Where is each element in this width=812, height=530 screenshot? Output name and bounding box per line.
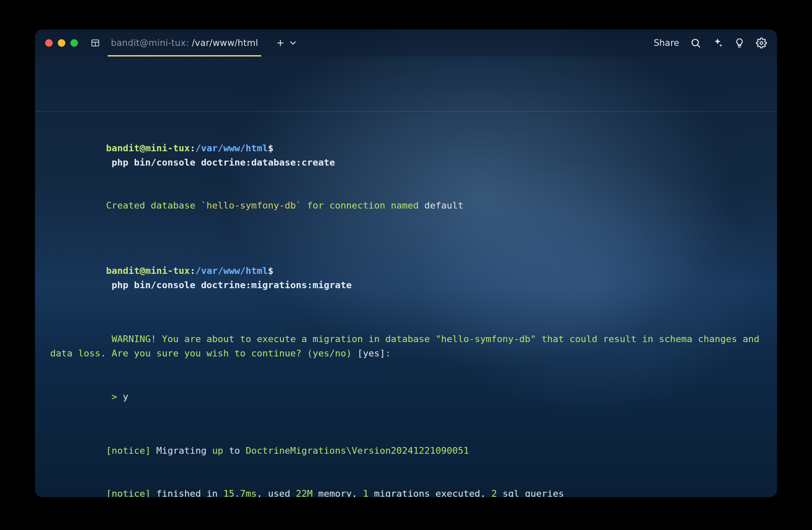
prompt-line: bandit@mini-tux:/var/www/html$ php bin/c…: [50, 127, 762, 184]
command-text: php bin/console doctrine:database:create: [106, 157, 335, 168]
lightbulb-icon[interactable]: [734, 37, 745, 48]
tab-active[interactable]: bandit@mini-tux: /var/www/html: [108, 29, 261, 56]
zoom-window-button[interactable]: [70, 39, 78, 47]
prompt-line: bandit@mini-tux:/var/www/html$ php bin/c…: [50, 249, 762, 307]
scrollback: bandit@mini-tux:/var/www/html$ php bin/c…: [35, 111, 777, 497]
search-icon[interactable]: [690, 37, 701, 48]
output-line: [notice] finished in 15.7ms, used 22M me…: [50, 472, 762, 497]
output-line: [notice] Migrating up to DoctrineMigrati…: [50, 429, 762, 472]
share-button[interactable]: Share: [653, 38, 679, 48]
output-line: WARNING! You are about to execute a migr…: [50, 318, 762, 375]
output-line: Created database `hello-symfony-db` for …: [50, 184, 762, 227]
output-line: > y: [50, 375, 762, 418]
tab-underline: [108, 55, 261, 56]
svg-point-1: [692, 39, 698, 46]
terminal-window: bandit@mini-tux: /var/www/html Share: [35, 29, 777, 497]
new-tab-button[interactable]: [276, 38, 285, 48]
titlebar: bandit@mini-tux: /var/www/html Share: [35, 29, 777, 56]
minimize-window-button[interactable]: [58, 39, 65, 47]
titlebar-actions: Share: [653, 37, 767, 48]
tab-title: bandit@mini-tux: /var/www/html: [111, 38, 258, 48]
terminal-viewport[interactable]: bandit@mini-tux:/var/www/html$ php bin/c…: [35, 111, 777, 497]
panes-icon[interactable]: [91, 38, 100, 48]
command-block: bandit@mini-tux:/var/www/html$ php bin/c…: [35, 111, 777, 497]
close-window-button[interactable]: [45, 39, 53, 47]
settings-gear-icon[interactable]: [756, 37, 767, 48]
command-text: php bin/console doctrine:migrations:migr…: [106, 280, 352, 290]
sparkle-icon[interactable]: [712, 37, 723, 48]
svg-point-2: [760, 42, 763, 45]
window-controls: [45, 39, 78, 47]
tab-menu-chevron-icon[interactable]: [288, 38, 298, 48]
